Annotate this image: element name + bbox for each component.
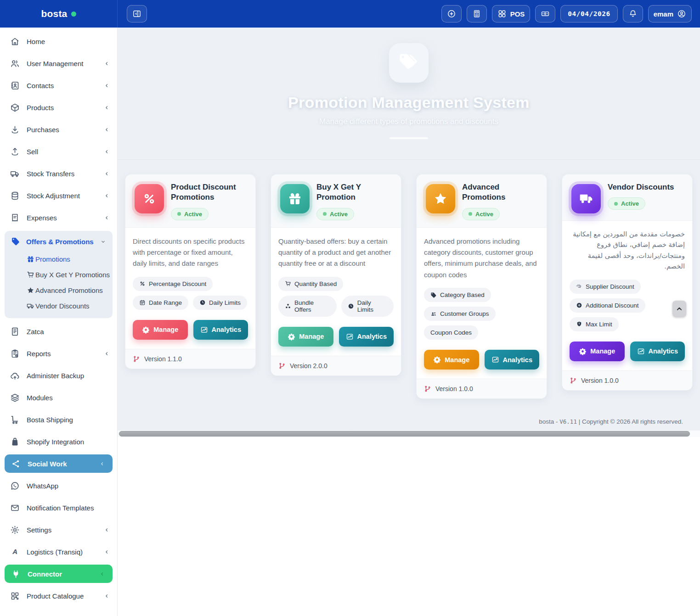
sidebar-subitem-vendor-discounts[interactable]: Vendor Discounts <box>5 298 113 314</box>
feature-tag: Category Based <box>424 288 491 302</box>
sidebar-item-label: Notification Templates <box>27 504 94 512</box>
gift-icon <box>280 184 310 213</box>
layers-icon <box>10 393 20 403</box>
feature-tag-label: Coupon Codes <box>430 329 472 336</box>
sidebar-item-offers-promotions[interactable]: Offers & Promotions <box>5 232 113 251</box>
sidebar-item-purchases[interactable]: Purchases <box>0 118 117 140</box>
logA-icon <box>10 547 20 557</box>
sidebar-item-label: Shopify Integration <box>27 438 84 446</box>
card-title: Product Discount Promotions <box>171 182 248 203</box>
feature-tag: Date Range <box>133 296 188 310</box>
manage-button[interactable]: Manage <box>570 342 625 361</box>
feature-tags: Percentage DiscountDate RangeDaily Limit… <box>133 277 248 310</box>
sidebar-item-whatsapp[interactable]: WhatsApp <box>0 475 117 497</box>
sidebar-item-zatca[interactable]: Zatca <box>0 320 117 342</box>
analytics-button[interactable]: Analytics <box>339 327 394 347</box>
sidebar-item-user-management[interactable]: User Management <box>0 52 117 74</box>
brand-logo[interactable]: bosta <box>0 0 118 28</box>
hero-tile <box>389 43 429 83</box>
pos-button[interactable]: POS <box>492 5 531 22</box>
sidebar-item-notification-templates[interactable]: Notification Templates <box>0 497 117 519</box>
sidebar-toggle-button[interactable] <box>127 5 147 22</box>
chart-icon <box>346 333 354 341</box>
trolley-icon <box>10 415 20 425</box>
brand-status-dot <box>71 11 76 17</box>
panel-toggle-icon <box>132 9 141 18</box>
scroll-to-top-button[interactable] <box>672 301 686 317</box>
sidebar-subitem-label: Promotions <box>35 255 70 263</box>
tag-icon <box>398 52 419 73</box>
sidebar-item-shopify-integration[interactable]: Shopify Integration <box>0 431 117 453</box>
status-dot <box>177 212 181 216</box>
users-fill-icon <box>430 311 437 317</box>
star-icon <box>27 286 34 294</box>
feature-tag: Coupon Codes <box>424 325 478 340</box>
sidebar-item-contacts[interactable]: Contacts <box>0 74 117 96</box>
sidebar-subitem-advanced-promotions[interactable]: Advanced Promotions <box>5 282 113 298</box>
truck-icon <box>27 302 34 310</box>
feature-tag-label: Additional Discount <box>586 302 639 309</box>
sidebar-item-home[interactable]: Home <box>0 30 117 52</box>
card-header: Product Discount Promotions Active <box>125 174 255 228</box>
manage-button[interactable]: Manage <box>133 320 188 340</box>
analytics-button[interactable]: Analytics <box>485 350 540 370</box>
card-title: Buy X Get Y Promotion <box>316 182 394 203</box>
manage-button[interactable]: Manage <box>424 350 479 370</box>
horizontal-scrollbar-thumb[interactable] <box>119 431 690 437</box>
status-dot <box>323 212 327 216</box>
sidebar-item-connector[interactable]: Connector <box>5 565 113 583</box>
chevl-icon <box>104 61 110 67</box>
sidebar-item-label: Connector <box>28 570 62 578</box>
feature-tag-row: Date RangeDaily Limits <box>133 296 248 310</box>
copyright-text: bosta - V6.11 | Copyright © 2026 All rig… <box>539 418 683 425</box>
manage-button[interactable]: Manage <box>278 327 333 347</box>
sidebar-item-sell[interactable]: Sell <box>0 140 117 162</box>
sidebar-subitem-promotions[interactable]: Promotions <box>5 251 113 267</box>
truck-fill-icon <box>571 184 601 213</box>
quick-add-button[interactable] <box>441 5 462 22</box>
user-circle-icon <box>677 9 686 18</box>
analytics-label: Analytics <box>212 326 241 333</box>
chevron-up-icon <box>675 305 683 313</box>
sidebar-item-modules[interactable]: Modules <box>0 386 117 409</box>
card-body: Direct discounts on specific products wi… <box>125 228 255 349</box>
notifications-button[interactable] <box>623 5 643 22</box>
sidebar-item-stock-transfers[interactable]: Stock Transfers <box>0 162 117 185</box>
brand-name: bosta <box>41 8 67 19</box>
chevl-icon <box>99 571 105 577</box>
card-body: خصومات مقدمة من الموردين مع إمكانية إضاف… <box>562 221 692 370</box>
sidebar-item-bosta-shipping[interactable]: Bosta Shipping <box>0 409 117 431</box>
sidebar-subitem-buy-x-get-y-promotions[interactable]: Buy X Get Y Promotions <box>5 267 113 282</box>
analytics-button[interactable]: Analytics <box>630 342 685 361</box>
sidebar-item-logistics-transiq[interactable]: Logistics (Transiq) <box>0 541 117 563</box>
sidebar-item-product-catalogue[interactable]: Product Catalogue <box>0 585 117 607</box>
star-icon <box>426 184 455 213</box>
sidebar-item-stock-adjustment[interactable]: Stock Adjustment <box>0 185 117 207</box>
gear-icon <box>142 326 150 334</box>
date-button[interactable]: 04/04/2026 <box>560 5 617 22</box>
version-label: Version 1.1.0 <box>144 355 182 363</box>
sidebar-item-products[interactable]: Products <box>0 96 117 118</box>
sidebar-item-administer-backup[interactable]: Administer Backup <box>0 364 117 386</box>
feature-tag: Quantity Based <box>278 277 343 291</box>
card-description: Direct discounts on specific products wi… <box>133 236 248 269</box>
sidebar-item-expenses[interactable]: Expenses <box>0 207 117 229</box>
sidebar-item-reports[interactable]: Reports <box>0 342 117 364</box>
percent-icon <box>135 184 164 213</box>
cash-register-button[interactable] <box>535 5 555 22</box>
analytics-button[interactable]: Analytics <box>193 320 248 340</box>
share-icon <box>11 459 21 469</box>
manage-label: Manage <box>153 326 178 333</box>
feature-tag: Daily Limits <box>193 296 247 310</box>
calculator-button[interactable] <box>467 5 487 22</box>
sidebar-item-label: Product Catalogue <box>27 592 84 600</box>
sidebar-item-settings[interactable]: Settings <box>0 519 117 541</box>
plug-icon <box>11 569 21 579</box>
sidebar-item-label: Modules <box>27 394 53 402</box>
card-title: Advanced Promotions <box>462 182 539 203</box>
user-menu-button[interactable]: emam <box>648 5 692 22</box>
status-label: Active <box>475 211 493 218</box>
shield-icon <box>576 321 582 327</box>
calculator-icon <box>472 9 481 18</box>
sidebar-item-social-work[interactable]: Social Work <box>5 454 113 473</box>
